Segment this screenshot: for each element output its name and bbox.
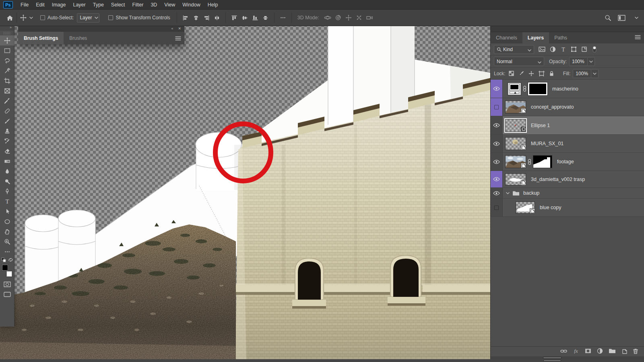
align-top-icon[interactable] [229, 13, 239, 23]
move-tool-preset-icon[interactable] [20, 14, 27, 21]
menu-3d[interactable]: 3D [147, 0, 161, 10]
swap-colors-icon[interactable] [8, 257, 13, 264]
tool-gradient[interactable] [0, 156, 14, 166]
menu-view[interactable]: View [161, 0, 179, 10]
layer-name[interactable]: concept_approvato [531, 104, 574, 110]
tool-brush[interactable] [0, 116, 14, 126]
background-color-swatch[interactable] [6, 271, 12, 277]
document-canvas[interactable] [0, 24, 490, 359]
visibility-toggle[interactable] [491, 153, 503, 171]
align-middle-icon[interactable] [239, 13, 250, 23]
lock-artboard-icon[interactable] [539, 71, 545, 76]
layer-row-ellipse-1[interactable]: Ellipse 1 [491, 116, 644, 135]
chevron-down-icon[interactable] [29, 16, 33, 20]
align-center-horizontal-icon[interactable] [191, 13, 201, 23]
default-colors-icon[interactable] [1, 257, 6, 264]
visibility-toggle[interactable] [491, 98, 503, 116]
tool-type[interactable]: T [0, 196, 14, 206]
tab-brush-settings[interactable]: Brush Settings [18, 32, 64, 44]
lock-transparency-icon[interactable] [509, 71, 514, 76]
align-left-icon[interactable] [180, 13, 191, 23]
horizontal-scrollbar[interactable] [0, 359, 644, 362]
tool-history-brush[interactable] [0, 136, 14, 146]
tool-eraser[interactable] [0, 146, 14, 156]
opacity-value[interactable]: 100% [569, 57, 588, 66]
layer-name[interactable]: blue copy [540, 205, 561, 210]
3d-orbit-icon[interactable] [322, 13, 333, 23]
add-layer-mask-icon[interactable] [585, 348, 591, 355]
filter-type-layers-icon[interactable]: T [560, 46, 566, 52]
3d-slide-icon[interactable] [354, 13, 364, 23]
align-right-icon[interactable] [201, 13, 212, 23]
distribute-vertical-icon[interactable] [260, 13, 271, 23]
layer-row-concept-approvato[interactable]: concept_approvato [491, 98, 644, 116]
layer-mask-link-icon[interactable] [523, 86, 526, 92]
tool-hand[interactable] [0, 226, 14, 237]
menu-window[interactable]: Window [179, 0, 204, 10]
layer-mask-thumbnail[interactable] [533, 155, 552, 168]
visibility-toggle[interactable] [491, 171, 503, 187]
tool-lasso[interactable] [0, 56, 14, 66]
delete-layer-icon[interactable] [633, 348, 638, 355]
tool-ellipse-shape[interactable] [0, 216, 14, 226]
layer-style-fx-icon[interactable]: fx [573, 348, 579, 355]
fill-dropdown-button[interactable] [591, 69, 599, 78]
layer-row-group-backup[interactable]: backup [491, 188, 644, 199]
distribute-horizontal-icon[interactable] [212, 13, 222, 23]
3d-roll-icon[interactable] [333, 13, 343, 23]
tab-layers[interactable]: Layers [522, 32, 549, 43]
visibility-toggle[interactable] [491, 116, 503, 134]
toolbar-grip[interactable] [4, 32, 11, 35]
tool-move[interactable] [0, 35, 14, 45]
foreground-background-colors[interactable] [2, 265, 12, 277]
link-layers-icon[interactable] [560, 349, 567, 354]
layer-thumbnail[interactable] [516, 202, 535, 214]
show-transform-checkbox[interactable] [108, 15, 113, 20]
blend-mode-dropdown[interactable]: Normal [494, 57, 544, 66]
filter-toggle-switch[interactable] [592, 46, 597, 53]
tool-clone-stamp[interactable] [0, 126, 14, 136]
tool-rectangular-marquee[interactable] [0, 45, 14, 56]
photoshop-logo[interactable]: Ps [3, 1, 13, 8]
scrollbar-thumb[interactable] [543, 357, 561, 359]
search-icon[interactable] [605, 14, 611, 21]
filter-shape-layers-icon[interactable] [571, 46, 577, 52]
layer-row-blue-copy[interactable]: blue copy [491, 199, 644, 217]
layer-thumbnail[interactable] [505, 173, 526, 185]
3d-pan-icon[interactable] [343, 13, 354, 23]
visibility-toggle[interactable] [491, 80, 503, 98]
layer-name[interactable]: MURA_SX_01 [531, 141, 564, 146]
auto-select-target-dropdown[interactable]: Layer [77, 13, 99, 23]
tool-zoom[interactable] [0, 237, 14, 247]
tool-blur[interactable] [0, 166, 14, 176]
visibility-toggle[interactable] [491, 199, 503, 216]
filter-kind-dropdown[interactable]: Kind [494, 45, 534, 54]
screen-mode-button[interactable] [0, 289, 14, 299]
layer-mask-link-icon[interactable] [528, 159, 531, 165]
panel-menu-icon[interactable] [635, 35, 641, 41]
panel-scrollbar[interactable] [491, 356, 644, 359]
layer-name[interactable]: footage [557, 159, 574, 165]
lock-all-icon[interactable] [549, 71, 554, 76]
lock-position-icon[interactable] [528, 71, 534, 76]
tool-crop[interactable] [0, 76, 14, 86]
tool-magic-wand[interactable] [0, 66, 14, 76]
layer-thumbnail[interactable] [505, 155, 526, 168]
filter-adjustment-layers-icon[interactable] [550, 46, 556, 52]
layer-mask-thumbnail[interactable] [528, 82, 547, 95]
tool-frame[interactable] [0, 86, 14, 96]
layer-thumbnail[interactable] [505, 101, 526, 113]
home-icon[interactable] [6, 15, 13, 21]
quick-mask-button[interactable] [0, 279, 14, 289]
close-panel-icon[interactable]: ✕ [178, 27, 181, 31]
3d-camera-icon[interactable] [364, 13, 375, 23]
lock-pixels-icon[interactable] [519, 71, 524, 76]
tool-path-selection[interactable] [0, 206, 14, 216]
tab-brushes[interactable]: Brushes [64, 32, 93, 44]
new-adjustment-layer-icon[interactable] [597, 348, 603, 355]
layer-row-mascherino[interactable]: mascherino [491, 80, 644, 98]
adjustment-layer-thumbnail[interactable] [508, 82, 521, 95]
tool-healing-brush[interactable] [0, 106, 14, 116]
menu-help[interactable]: Help [204, 0, 222, 10]
fill-value[interactable]: 100% [573, 69, 591, 78]
